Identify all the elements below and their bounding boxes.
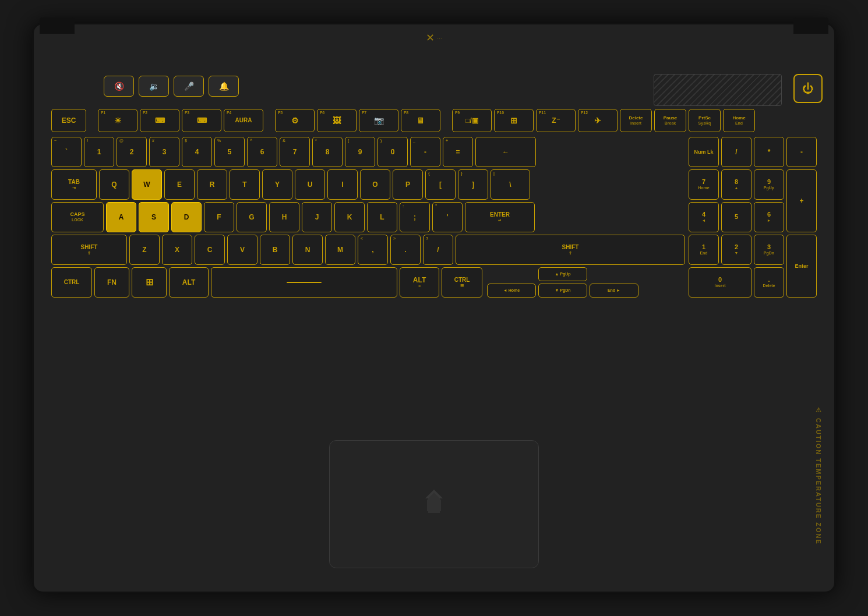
key-t[interactable]: T xyxy=(230,169,260,200)
key-f3[interactable]: F3 ⌨ xyxy=(182,109,221,132)
key-pgdn[interactable]: ▼ PgDn xyxy=(538,284,587,298)
key-win[interactable]: ⊞ xyxy=(132,267,167,298)
key-m[interactable]: M xyxy=(325,235,355,265)
key-f1[interactable]: F1 ☀ xyxy=(98,109,137,132)
key-quote[interactable]: " ' xyxy=(432,202,463,232)
key-g[interactable]: G xyxy=(237,202,267,232)
key-9[interactable]: ( 9 xyxy=(345,137,375,167)
key-f7[interactable]: F7 📷 xyxy=(359,109,398,132)
key-h[interactable]: H xyxy=(269,202,299,232)
key-f6[interactable]: F6 🖼 xyxy=(317,109,357,132)
media-key-vol-down[interactable]: 🔉 xyxy=(139,76,169,97)
key-alt-right[interactable]: ALT ≡ xyxy=(400,267,439,298)
key-s[interactable]: S xyxy=(139,202,169,232)
key-end[interactable]: End ► xyxy=(590,284,638,298)
key-np5[interactable]: 5 xyxy=(721,202,751,232)
key-1[interactable]: ! 1 xyxy=(84,137,114,167)
key-caps-lock[interactable]: CAPS LOCK xyxy=(51,202,104,232)
key-pause[interactable]: Pause Break xyxy=(654,109,686,132)
key-k[interactable]: K xyxy=(334,202,365,232)
key-4[interactable]: $ 4 xyxy=(182,137,212,167)
key-y[interactable]: Y xyxy=(262,169,292,200)
key-np-minus[interactable]: - xyxy=(786,137,817,167)
touchpad[interactable] xyxy=(329,440,539,568)
key-i[interactable]: I xyxy=(327,169,358,200)
key-space[interactable] xyxy=(211,267,397,298)
key-semicolon[interactable]: : ; xyxy=(400,202,430,232)
key-6[interactable]: ^ 6 xyxy=(247,137,277,167)
key-np1[interactable]: 1 End xyxy=(689,235,719,265)
key-np8[interactable]: 8 ▲ xyxy=(721,169,751,200)
key-ctrl-left[interactable]: CTRL xyxy=(51,267,92,298)
power-button[interactable]: ⏻ xyxy=(793,74,823,103)
key-f2[interactable]: F2 ⌨ xyxy=(140,109,179,132)
key-f[interactable]: F xyxy=(204,202,234,232)
key-fn[interactable]: FN xyxy=(94,267,129,298)
key-home-end[interactable]: Home End xyxy=(723,109,755,132)
key-alt-left[interactable]: ALT xyxy=(169,267,209,298)
key-u[interactable]: U xyxy=(295,169,325,200)
key-o[interactable]: O xyxy=(360,169,390,200)
key-np-dot[interactable]: . Delete xyxy=(754,267,784,298)
key-np6[interactable]: 6 ► xyxy=(754,202,784,232)
media-key-mute[interactable]: 🔇 xyxy=(104,76,134,97)
key-np-plus[interactable]: + xyxy=(786,169,817,232)
key-c[interactable]: C xyxy=(195,235,225,265)
key-np-enter[interactable]: Enter xyxy=(786,235,817,298)
key-bracket-right[interactable]: } ] xyxy=(458,169,488,200)
key-f4[interactable]: F4 AURA xyxy=(224,109,263,132)
key-5[interactable]: % 5 xyxy=(214,137,245,167)
media-key-mic[interactable]: 🎤 xyxy=(174,76,204,97)
key-shift-right[interactable]: SHIFT ⇧ xyxy=(456,235,685,265)
key-np0[interactable]: 0 Insert xyxy=(689,267,751,298)
key-pgup[interactable]: ▲ PgUp xyxy=(538,267,587,281)
key-equal[interactable]: + = xyxy=(443,137,473,167)
key-np3[interactable]: 3 PgDn xyxy=(754,235,784,265)
key-f9[interactable]: F9 □/▣ xyxy=(452,109,492,132)
media-key-notify[interactable]: 🔔 xyxy=(209,76,239,97)
key-3[interactable]: # 3 xyxy=(149,137,179,167)
key-j[interactable]: J xyxy=(302,202,332,232)
key-tilde[interactable]: ~ ` xyxy=(51,137,82,167)
key-tab[interactable]: TAB ⇥ xyxy=(51,169,97,200)
key-w[interactable]: W xyxy=(132,169,162,200)
key-8[interactable]: * 8 xyxy=(312,137,343,167)
key-shift-left[interactable]: SHIFT ⇧ xyxy=(51,235,127,265)
key-np4[interactable]: 4 ◄ xyxy=(689,202,719,232)
key-backslash[interactable]: | \ xyxy=(491,169,530,200)
key-slash[interactable]: ? / xyxy=(423,235,453,265)
key-delete[interactable]: Delete Insert xyxy=(620,109,652,132)
key-comma[interactable]: < , xyxy=(358,235,388,265)
key-2[interactable]: @ 2 xyxy=(117,137,147,167)
key-backspace[interactable]: ← xyxy=(475,137,536,167)
key-f10[interactable]: F10 ⊞ xyxy=(494,109,534,132)
key-a[interactable]: A xyxy=(106,202,136,232)
key-0[interactable]: ) 0 xyxy=(377,137,408,167)
key-f12[interactable]: F12 ✈ xyxy=(578,109,618,132)
key-v[interactable]: V xyxy=(227,235,257,265)
key-d[interactable]: D xyxy=(171,202,202,232)
key-ctrl-right[interactable]: CTRL ☰ xyxy=(442,267,482,298)
key-x[interactable]: X xyxy=(162,235,192,265)
key-numlk[interactable]: Num Lk xyxy=(689,137,719,167)
key-r[interactable]: R xyxy=(197,169,227,200)
key-np2[interactable]: 2 ▼ xyxy=(721,235,751,265)
key-np-div[interactable]: / xyxy=(721,137,751,167)
key-b[interactable]: B xyxy=(260,235,290,265)
key-7[interactable]: & 7 xyxy=(280,137,310,167)
key-np-mul[interactable]: * xyxy=(754,137,784,167)
key-enter[interactable]: ENTER ↵ xyxy=(465,202,535,232)
key-z[interactable]: Z xyxy=(129,235,160,265)
key-minus[interactable]: _ - xyxy=(410,137,440,167)
key-esc[interactable]: ESC xyxy=(51,109,86,132)
key-f11[interactable]: F11 Z⁻ xyxy=(536,109,576,132)
key-n[interactable]: N xyxy=(292,235,323,265)
key-np9[interactable]: 9 PgUp xyxy=(754,169,784,200)
key-prtsc[interactable]: PrtSc SysRq xyxy=(689,109,721,132)
key-p[interactable]: P xyxy=(393,169,423,200)
key-bracket-left[interactable]: { [ xyxy=(425,169,456,200)
key-period[interactable]: > . xyxy=(390,235,421,265)
key-q[interactable]: Q xyxy=(99,169,129,200)
key-home[interactable]: ◄ Home xyxy=(487,284,536,298)
key-f5[interactable]: F5 ⚙ xyxy=(275,109,315,132)
